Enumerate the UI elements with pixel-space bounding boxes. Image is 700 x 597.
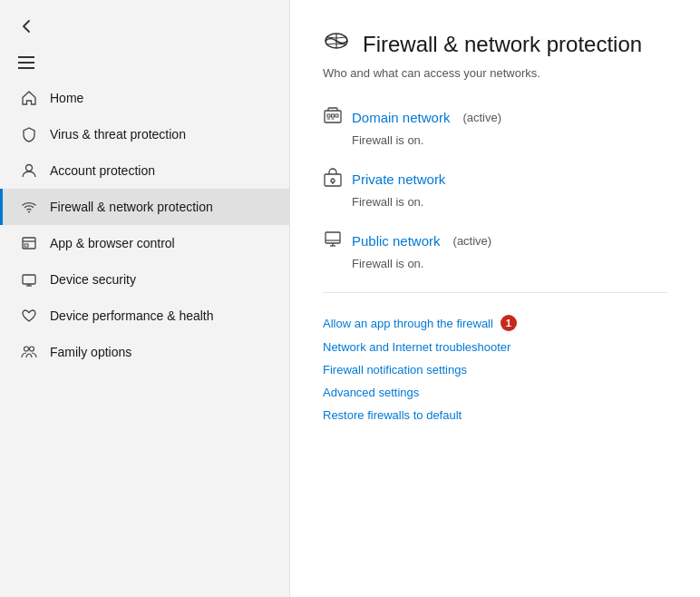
health-icon [21, 308, 37, 324]
svg-point-0 [26, 165, 33, 171]
sidebar-item-label-account: Account protection [50, 163, 155, 178]
private-network-status: Firewall is on. [352, 195, 667, 209]
private-network-link[interactable]: Private network [352, 171, 445, 187]
svg-rect-13 [332, 114, 335, 117]
network-section-public: Public network(active)Firewall is on. [323, 229, 667, 270]
sidebar-item-virus[interactable]: Virus & threat protection [0, 116, 289, 152]
private-network-icon [323, 167, 343, 191]
back-button[interactable] [15, 15, 38, 38]
svg-rect-5 [23, 275, 35, 284]
browser-icon [21, 235, 37, 251]
svg-point-1 [28, 211, 30, 213]
alert-badge-allow-app: 1 [501, 315, 517, 331]
sidebar-item-firewall[interactable]: Firewall & network protection [0, 189, 289, 225]
network-section-domain: Domain network(active)Firewall is on. [323, 105, 667, 147]
svg-point-18 [331, 179, 335, 182]
public-network-status: Firewall is on. [352, 257, 667, 270]
network-header-public: Public network(active) [323, 229, 667, 253]
shield-icon [21, 126, 37, 142]
sidebar: HomeVirus & threat protectionAccount pro… [0, 0, 290, 597]
action-link-row-restore-defaults: Restore firewalls to default [323, 408, 667, 422]
wifi-icon [21, 199, 37, 215]
svg-rect-20 [326, 232, 340, 243]
network-section-private: Private networkFirewall is on. [323, 167, 667, 209]
sidebar-item-label-device-health: Device performance & health [50, 308, 214, 323]
sidebar-item-device-security[interactable]: Device security [0, 261, 289, 298]
svg-point-8 [24, 347, 29, 351]
network-header-private: Private network [323, 167, 667, 191]
device-icon [21, 271, 37, 288]
sidebar-top [0, 7, 289, 45]
action-link-restore-defaults[interactable]: Restore firewalls to default [323, 408, 462, 422]
sidebar-item-label-firewall: Firewall & network protection [50, 200, 213, 214]
main-content: Firewall & network protection Who and wh… [290, 0, 700, 597]
svg-rect-4 [24, 244, 28, 247]
public-network-badge: (active) [453, 234, 492, 248]
action-link-row-allow-app: Allow an app through the firewall1 [323, 315, 667, 331]
public-network-link[interactable]: Public network [352, 233, 441, 249]
nav-container: HomeVirus & threat protectionAccount pro… [0, 80, 289, 370]
hamburger-button[interactable] [16, 53, 289, 73]
person-icon [21, 162, 37, 179]
svg-point-9 [30, 347, 34, 351]
action-link-row-troubleshooter: Network and Internet troubleshooter [323, 340, 667, 354]
svg-rect-14 [335, 114, 338, 117]
sidebar-item-home[interactable]: Home [0, 80, 289, 116]
action-link-row-advanced-settings: Advanced settings [323, 386, 667, 399]
sidebar-item-label-home: Home [50, 91, 83, 105]
sidebar-item-label-device-security: Device security [50, 272, 136, 287]
domain-network-link[interactable]: Domain network [352, 110, 450, 125]
action-links: Allow an app through the firewall1Networ… [323, 315, 667, 422]
sidebar-item-browser[interactable]: App & browser control [0, 225, 289, 261]
sidebar-item-account[interactable]: Account protection [0, 152, 289, 189]
page-header: Firewall & network protection [323, 27, 667, 61]
action-link-allow-app[interactable]: Allow an app through the firewall [323, 317, 493, 330]
domain-network-status: Firewall is on. [352, 133, 667, 147]
domain-network-badge: (active) [462, 111, 501, 124]
action-link-troubleshooter[interactable]: Network and Internet troubleshooter [323, 340, 510, 354]
page-header-icon [323, 27, 350, 61]
family-icon [21, 344, 37, 360]
divider [323, 292, 667, 293]
page-subtitle: Who and what can access your networks. [323, 66, 667, 80]
svg-rect-17 [325, 174, 341, 186]
home-icon [21, 90, 37, 106]
sidebar-item-label-virus: Virus & threat protection [50, 127, 186, 142]
network-header-domain: Domain network(active) [323, 105, 667, 130]
svg-rect-12 [327, 114, 330, 117]
sidebar-item-device-health[interactable]: Device performance & health [0, 298, 289, 334]
page-title: Firewall & network protection [363, 32, 642, 57]
action-link-notification-settings[interactable]: Firewall notification settings [323, 363, 467, 377]
public-network-icon [323, 229, 343, 253]
sidebar-item-family[interactable]: Family options [0, 334, 289, 370]
sidebar-item-label-family: Family options [50, 345, 131, 359]
networks-container: Domain network(active)Firewall is on.Pri… [323, 105, 667, 270]
action-link-advanced-settings[interactable]: Advanced settings [323, 386, 419, 399]
sidebar-item-label-browser: App & browser control [50, 236, 175, 250]
action-link-row-notification-settings: Firewall notification settings [323, 363, 667, 377]
domain-network-icon [323, 105, 343, 130]
